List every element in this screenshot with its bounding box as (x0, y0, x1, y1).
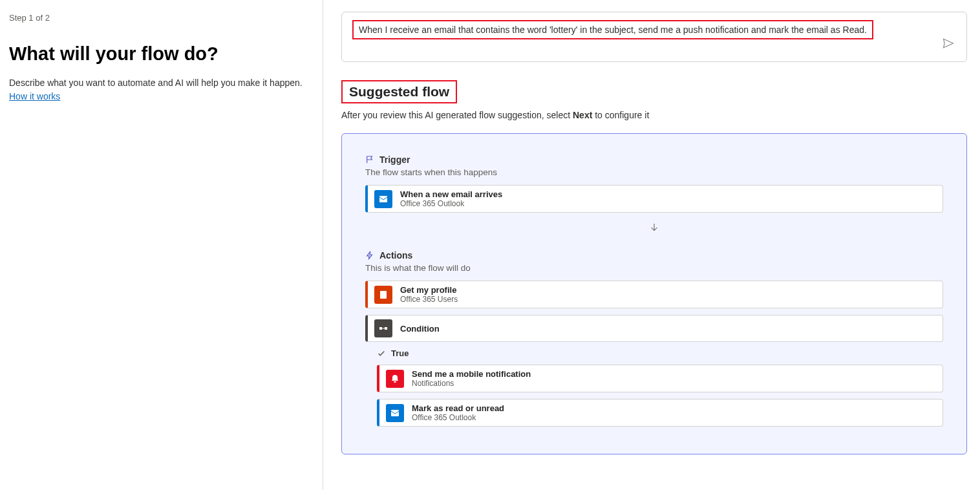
arrow-down-icon (365, 222, 943, 236)
office-icon (374, 286, 392, 304)
action-step-notification[interactable]: Send me a mobile notification Notificati… (377, 365, 943, 392)
condition-icon (374, 319, 392, 337)
action-step-sub: Notifications (412, 379, 531, 388)
action-step-title: Mark as read or unread (412, 403, 504, 413)
step-indicator: Step 1 of 2 (9, 13, 314, 23)
trigger-step[interactable]: When a new email arrives Office 365 Outl… (365, 185, 943, 213)
suggested-flow-highlight: Suggested flow (341, 80, 457, 103)
actions-sub: This is what the flow will do (365, 263, 943, 273)
suggested-flow-description: After you review this AI generated flow … (341, 110, 967, 120)
right-pane: When I receive an email that contains th… (323, 0, 980, 490)
actions-section-header: Actions (365, 250, 943, 261)
svg-rect-0 (379, 196, 387, 202)
action-step-title: Get my profile (400, 285, 458, 295)
trigger-section-header: Trigger (365, 154, 943, 165)
action-step-mark-read[interactable]: Mark as read or unread Office 365 Outloo… (377, 399, 943, 427)
left-pane: Step 1 of 2 What will your flow do? Desc… (0, 0, 323, 490)
flow-card: Trigger The flow starts when this happen… (341, 133, 967, 454)
send-icon[interactable] (942, 37, 955, 50)
check-icon (377, 349, 386, 358)
lightning-icon (365, 251, 374, 260)
suggested-flow-title: Suggested flow (349, 84, 449, 99)
svg-rect-1 (380, 291, 387, 299)
action-step-get-profile[interactable]: Get my profile Office 365 Users (365, 281, 943, 308)
trigger-sub: The flow starts when this happens (365, 167, 943, 177)
svg-rect-2 (379, 327, 382, 330)
action-step-title: Condition (400, 324, 440, 334)
action-step-sub: Office 365 Users (400, 295, 458, 304)
how-it-works-link[interactable]: How it works (9, 91, 60, 101)
outlook-icon (374, 190, 392, 208)
trigger-step-title: When a new email arrives (400, 189, 502, 199)
svg-rect-4 (391, 410, 399, 416)
outlook-icon (386, 404, 404, 422)
condition-true-branch: True Send me a mobile notification Notif… (377, 348, 943, 427)
action-step-title: Send me a mobile notification (412, 369, 531, 379)
trigger-label: Trigger (379, 154, 410, 165)
branch-label: True (377, 348, 943, 358)
action-step-condition[interactable]: Condition (365, 315, 943, 342)
bell-icon (386, 370, 404, 388)
actions-label: Actions (379, 250, 412, 261)
page-title: What will your flow do? (9, 43, 314, 65)
prompt-highlight: When I receive an email that contains th… (352, 20, 873, 39)
trigger-step-sub: Office 365 Outlook (400, 199, 502, 208)
prompt-input[interactable]: When I receive an email that contains th… (341, 12, 967, 62)
prompt-text: When I receive an email that contains th… (359, 25, 867, 35)
page-description: Describe what you want to automate and A… (9, 78, 314, 88)
action-step-sub: Office 365 Outlook (412, 413, 504, 422)
flag-icon (365, 155, 374, 164)
svg-rect-3 (385, 327, 387, 330)
